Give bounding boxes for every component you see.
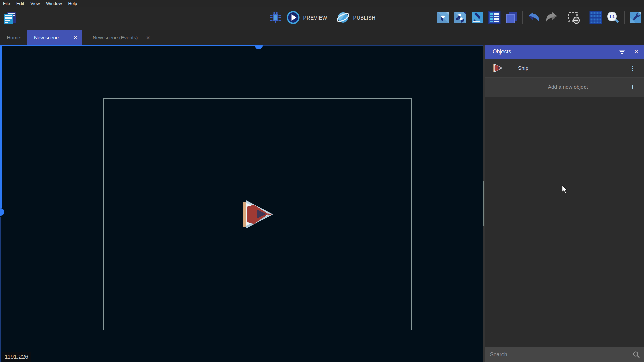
ship-instance[interactable] [241, 199, 273, 229]
object-groups-icon[interactable] [454, 11, 467, 24]
instances-list-icon[interactable] [488, 11, 501, 24]
zoom-1-1-icon[interactable]: 1:1 [606, 11, 620, 24]
close-icon[interactable]: ✕ [634, 49, 638, 55]
add-object-label: Add a new object [493, 84, 630, 90]
objects-search-bar [485, 347, 644, 362]
publish-label: PUBLISH [353, 15, 375, 21]
vertical-scroll-bar[interactable] [0, 45, 2, 208]
objects-editor-icon[interactable] [437, 11, 449, 24]
menu-window[interactable]: Window [46, 1, 62, 6]
menu-file[interactable]: File [3, 1, 10, 6]
scene-editor-canvas[interactable]: 1191;226 [0, 45, 483, 362]
horizontal-scroll-track[interactable] [263, 45, 483, 46]
menu-edit[interactable]: Edit [16, 1, 24, 6]
redo-icon[interactable] [545, 11, 558, 24]
tab-new-scene-events[interactable]: New scene (Events) ✕ [82, 30, 160, 45]
tab-new-scene-label: New scene [34, 35, 59, 40]
menu-bar: File Edit View Window Help [0, 0, 644, 7]
preview-label: PREVIEW [303, 15, 327, 21]
cursor-coordinates: 1191;226 [2, 352, 31, 362]
close-icon[interactable]: ✕ [146, 35, 150, 40]
preview-button[interactable]: PREVIEW [287, 11, 327, 24]
objects-panel: Objects ✕ Ship ⋮ Add a new object + [485, 45, 644, 362]
kebab-menu-icon[interactable]: ⋮ [628, 64, 637, 72]
vertical-scroll-track[interactable] [0, 217, 1, 362]
toolbar-right-group: 1:1 [437, 10, 642, 25]
objects-panel-header: Objects ✕ [485, 45, 644, 59]
tab-new-scene-events-label: New scene (Events) [93, 35, 138, 40]
properties-icon[interactable] [471, 11, 484, 24]
play-icon [287, 11, 300, 24]
project-manager-icon[interactable] [3, 11, 17, 26]
undo-icon[interactable] [527, 11, 540, 24]
horizontal-scroll-handle[interactable] [255, 45, 263, 49]
toolbar-separator [522, 11, 523, 24]
horizontal-scroll-bar[interactable] [0, 45, 255, 46]
tab-new-scene[interactable]: New scene ✕ [27, 30, 82, 45]
menu-view[interactable]: View [30, 1, 40, 6]
ship-thumbnail-icon [493, 63, 503, 73]
canvas-vertical-scrollbar[interactable] [483, 181, 484, 226]
debugger-icon[interactable] [269, 10, 283, 25]
object-row-ship[interactable]: Ship ⋮ [485, 59, 644, 78]
menu-help[interactable]: Help [68, 1, 77, 6]
object-name: Ship [518, 65, 628, 71]
vertical-scroll-handle[interactable] [0, 208, 4, 216]
toolbar-center-group: PREVIEW PUBLISH [269, 9, 376, 26]
selection-mask-icon[interactable] [567, 11, 580, 24]
toolbar-separator [563, 11, 563, 24]
plus-icon: + [630, 83, 635, 92]
tab-bar: Home New scene ✕ New scene (Events) ✕ [0, 30, 644, 45]
publish-button[interactable]: PUBLISH [336, 10, 375, 25]
globe-icon [336, 10, 350, 25]
toolbar-separator [585, 11, 585, 24]
close-icon[interactable]: ✕ [73, 35, 77, 40]
objects-panel-title: Objects [493, 49, 610, 55]
tab-home[interactable]: Home [0, 30, 27, 45]
search-input[interactable] [485, 352, 633, 358]
layers-icon[interactable] [505, 11, 518, 24]
tab-home-label: Home [7, 35, 20, 40]
toolbar-separator [624, 11, 625, 24]
search-icon[interactable] [633, 351, 640, 358]
add-object-button[interactable]: Add a new object + [485, 78, 644, 97]
filter-icon[interactable] [618, 49, 625, 55]
grid-icon[interactable] [589, 11, 602, 24]
main-toolbar: PREVIEW PUBLISH [0, 7, 644, 30]
scene-settings-icon[interactable] [629, 11, 642, 24]
zoom-ratio-label: 1:1 [609, 15, 615, 19]
